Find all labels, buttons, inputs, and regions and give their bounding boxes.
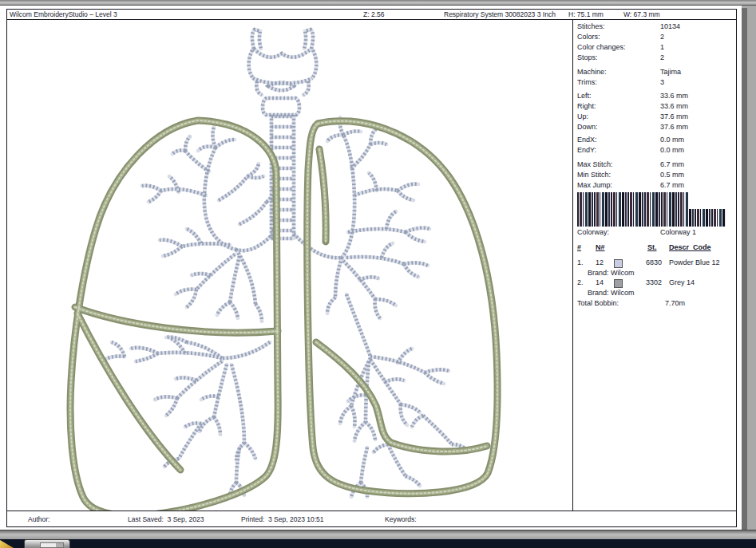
colorway-value: Colorway 1 <box>660 227 696 238</box>
thread-n: 14 <box>596 278 604 288</box>
stat-row: Trims:3 <box>573 77 736 88</box>
stat-value: Tajima <box>660 67 681 77</box>
taskbar <box>0 539 756 548</box>
print-frame: Wilcom EmbroideryStudio – Level 3 Z: 2.5… <box>6 9 737 527</box>
stat-label: Right: <box>573 101 660 112</box>
stat-label: Trims: <box>573 77 660 88</box>
printed: Printed: 3 Sep, 2023 10:51 <box>241 515 324 523</box>
stat-value: 3 <box>660 77 664 88</box>
stat-row: Stitches:10134 <box>573 22 736 32</box>
thread-descr: Powder Blue 12 <box>669 258 720 268</box>
stat-row: EndX:0.0 mm <box>573 135 736 145</box>
stat-value: 37.6 mm <box>660 112 688 122</box>
thread-row: 1. 12 6830 Powder Blue 12 <box>573 258 736 268</box>
thread-brand: Brand: Wilcom <box>588 288 736 298</box>
total-bobbin-row: Total Bobbin: 7.70m <box>573 298 736 309</box>
thread-row: 2. 14 3302 Grey 14 <box>573 278 736 288</box>
taskbar-window-button[interactable] <box>24 539 70 548</box>
keywords-label: Keywords: <box>385 515 417 523</box>
window-icon <box>40 542 64 548</box>
stat-row: Machine:Tajima <box>573 67 736 77</box>
stat-label: Stops: <box>573 53 660 63</box>
stat-row: Left:33.6 mm <box>573 91 736 101</box>
window-top-strip <box>0 0 756 6</box>
thread-num: 2. <box>577 278 584 288</box>
stat-row: Color changes:1 <box>573 42 736 53</box>
stat-value: 10134 <box>660 22 680 32</box>
stat-row: Max Stitch:6.7 mm <box>573 160 736 170</box>
stat-value: 2 <box>660 53 664 63</box>
stat-label: Machine: <box>573 67 660 77</box>
stat-label: Max Jump: <box>573 180 660 191</box>
stat-row: Colors:2 <box>573 32 736 42</box>
stat-row: Max Jump:6.7 mm <box>573 180 736 191</box>
stat-label: Left: <box>573 91 660 101</box>
stat-label: EndY: <box>573 145 660 156</box>
design-width: W: 67.3 mm <box>623 10 660 18</box>
thread-table-header: # N# St. Descr Code <box>573 242 736 253</box>
window-bottom-strip <box>0 530 756 539</box>
thread-swatch <box>614 279 623 288</box>
col-n: N# <box>596 242 647 253</box>
col-num: # <box>577 242 596 253</box>
screen: { "header": { "app_title": "Wilcom Embro… <box>0 0 756 548</box>
thread-descr: Grey 14 <box>669 278 695 288</box>
stat-row: Stops:2 <box>573 53 736 63</box>
page-drop-shadow <box>742 8 747 530</box>
zoom-level: Z: 2.56 <box>363 10 384 18</box>
stat-row: Down:37.6 mm <box>573 122 736 132</box>
total-bobbin-label: Total Bobbin: <box>577 298 619 309</box>
thread-st: 6830 <box>646 258 662 268</box>
design-title: Respiratory System 30082023 3 Inch <box>444 10 556 18</box>
thread-n: 12 <box>596 258 604 268</box>
stat-row: EndY:0.0 mm <box>573 145 736 156</box>
stat-value: 6.7 mm <box>660 180 684 191</box>
stat-row: Up:37.6 mm <box>573 112 736 122</box>
stat-value: 0.0 mm <box>660 145 684 156</box>
design-info-panel: Stitches:10134 Colors:2 Color changes:1 … <box>573 20 736 511</box>
stat-label: Up: <box>573 112 660 122</box>
thread-num: 1. <box>577 258 584 268</box>
col-descr-code: Descr Code <box>669 242 711 253</box>
app-title: Wilcom EmbroideryStudio – Level 3 <box>10 10 117 18</box>
stat-row: Right:33.6 mm <box>573 101 736 112</box>
stat-value: 0.5 mm <box>660 170 684 180</box>
stat-label: Colors: <box>573 32 660 42</box>
thread-brand: Brand: Wilcom <box>588 268 736 278</box>
stat-label: Stitches: <box>573 22 660 32</box>
colorway-row: Colorway: Colorway 1 <box>573 227 736 238</box>
stat-value: 37.6 mm <box>660 122 688 132</box>
last-saved: Last Saved: 3 Sep, 2023 <box>128 515 204 523</box>
design-canvas <box>7 20 572 511</box>
author-label: Author: <box>28 515 49 523</box>
stat-row: Min Stitch:0.5 mm <box>573 170 736 180</box>
thread-swatch <box>614 259 623 268</box>
colorway-barcode-bottom <box>577 209 726 227</box>
stat-value: 33.6 mm <box>660 91 688 101</box>
stat-label: EndX: <box>573 135 660 145</box>
stat-label: Min Stitch: <box>573 170 660 180</box>
col-st: St. <box>647 242 669 253</box>
stat-value: 2 <box>660 32 664 42</box>
stat-label: Down: <box>573 122 660 132</box>
stat-label: Color changes: <box>573 42 660 53</box>
colorway-barcode-top <box>577 192 689 209</box>
stat-value: 33.6 mm <box>660 101 688 112</box>
stat-value: 0.0 mm <box>660 135 684 145</box>
folder-icon[interactable] <box>0 540 14 548</box>
total-bobbin-value: 7.70m <box>665 298 685 309</box>
stat-label: Max Stitch: <box>573 160 660 170</box>
stat-value: 1 <box>660 42 664 53</box>
preview-header: Wilcom EmbroideryStudio – Level 3 Z: 2.5… <box>7 10 736 20</box>
preview-footer: Author: Last Saved: 3 Sep, 2023 Printed:… <box>7 511 736 526</box>
colorway-label: Colorway: <box>573 227 660 238</box>
stat-value: 6.7 mm <box>660 160 684 170</box>
print-preview-page: Wilcom EmbroideryStudio – Level 3 Z: 2.5… <box>0 6 742 530</box>
design-height: H: 75.1 mm <box>568 10 604 18</box>
lungs-design-svg <box>7 20 572 511</box>
thread-st: 3302 <box>646 278 662 288</box>
